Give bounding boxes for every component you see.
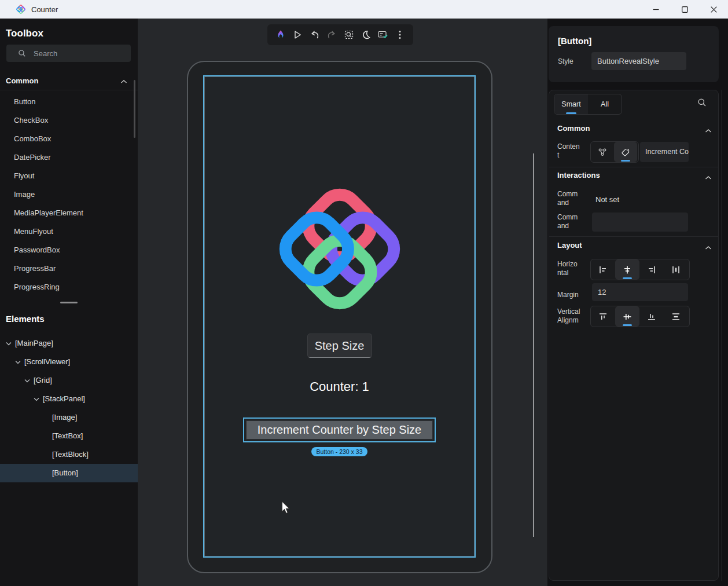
toolbox-item-progressring[interactable]: ProgressRing (0, 278, 138, 296)
content-mode-segmented (590, 141, 639, 163)
elements-title: Elements (6, 314, 45, 324)
tab-smart[interactable]: Smart (554, 94, 588, 114)
toolbox-title: Toolbox (6, 28, 43, 39)
halign-right-button[interactable] (639, 259, 664, 280)
tree-item-grid[interactable]: [Grid] (0, 371, 138, 390)
toolbox-search-input[interactable]: Search (6, 45, 131, 62)
tree-item-scrollviewer[interactable]: [ScrollViewer] (0, 353, 138, 371)
align-middle-icon (622, 312, 633, 322)
content-binding-mode-button[interactable] (591, 142, 614, 162)
halign-center-button[interactable] (615, 259, 639, 280)
active-tab-indicator (566, 112, 576, 114)
toolbox-item-datepicker[interactable]: DatePicker (0, 148, 138, 167)
increment-counter-button[interactable]: Increment Counter by Step Size (246, 420, 433, 440)
close-icon (711, 6, 717, 13)
tab-all[interactable]: All (588, 94, 622, 114)
active-segment-indicator (621, 160, 630, 162)
valign-bottom-button[interactable] (639, 306, 664, 327)
halign-left-button[interactable] (591, 259, 615, 280)
halign-stretch-button[interactable] (664, 259, 688, 280)
play-button[interactable] (290, 27, 305, 42)
toolbox-section-common[interactable]: Common (0, 75, 138, 89)
active-segment-indicator (623, 277, 632, 279)
toolbox-item-progressbar[interactable]: ProgressBar (0, 259, 138, 278)
section-interactions-collapse[interactable] (705, 173, 712, 182)
app-hero-logo[interactable] (277, 186, 403, 312)
maximize-icon (682, 6, 688, 13)
app-logo-icon (16, 5, 25, 14)
divider (549, 167, 718, 167)
valign-center-button[interactable] (615, 306, 639, 327)
command2-label-line1: Comm (557, 213, 578, 222)
device-screen-selected-page[interactable]: Step Size Counter: 1 Increment Counter b… (204, 76, 475, 556)
play-icon (292, 30, 303, 40)
chevron-down-icon[interactable] (34, 397, 39, 401)
undo-button[interactable] (307, 27, 322, 42)
tree-item-button-selected[interactable]: [Button] (0, 464, 138, 482)
design-canvas[interactable]: Step Size Counter: 1 Increment Counter b… (138, 19, 547, 586)
horizontal-label-line2: ntal (557, 269, 578, 277)
toolbox-item-menuflyout[interactable]: MenuFlyout (0, 222, 138, 241)
minimize-button[interactable] (641, 0, 670, 19)
canvas-scrollbar[interactable] (533, 153, 534, 537)
selection-outline: Increment Counter by Step Size (243, 417, 436, 442)
valign-stretch-button[interactable] (664, 306, 688, 327)
theme-toggle-button[interactable] (358, 27, 373, 42)
panel-resize-handle[interactable] (60, 302, 78, 303)
toolbox-item-combobox[interactable]: ComboBox (0, 130, 138, 148)
chevron-down-icon[interactable] (24, 379, 30, 383)
tree-item-image[interactable]: [Image] (0, 408, 138, 427)
flame-icon (275, 30, 286, 40)
selected-element-name: [Button] (558, 36, 591, 46)
command-property-label: Comm and (557, 190, 578, 207)
toolbox-item-image[interactable]: Image (0, 185, 138, 204)
toolbox-scrollbar[interactable] (134, 80, 135, 138)
close-button[interactable] (699, 0, 728, 19)
command-value-notset[interactable]: Not set (595, 195, 619, 204)
toolbox-item-checkbox[interactable]: CheckBox (0, 111, 138, 130)
content-value-field[interactable]: Increment Co (640, 142, 689, 162)
chevron-up-icon (120, 79, 127, 84)
tree-item-stackpanel[interactable]: [StackPanel] (0, 390, 138, 408)
align-left-icon (598, 265, 608, 275)
moon-icon (361, 30, 371, 40)
align-top-icon (598, 312, 608, 322)
hot-reload-flame-button[interactable] (273, 27, 288, 42)
section-layout-collapse[interactable] (705, 243, 712, 252)
valign-top-button[interactable] (591, 306, 615, 327)
style-value-field[interactable]: ButtonRevealStyle (591, 52, 686, 70)
margin-label: Margin (557, 291, 579, 299)
chevron-down-icon[interactable] (15, 360, 21, 364)
valign-stretch-icon (671, 312, 681, 322)
section-label: Common (6, 76, 38, 85)
content-literal-mode-button[interactable] (614, 142, 637, 162)
zoom-region-icon (344, 30, 354, 40)
kebab-menu-icon (395, 30, 405, 40)
zoom-to-region-button[interactable] (341, 27, 356, 42)
properties-scrollbar[interactable] (722, 90, 722, 581)
chevron-down-icon[interactable] (6, 342, 12, 346)
maximize-button[interactable] (670, 0, 699, 19)
toolbox-item-passwordbox[interactable]: PasswordBox (0, 241, 138, 259)
settings-checklist-button[interactable] (376, 27, 391, 42)
vertical-label-line1: Vertical (557, 307, 580, 316)
step-size-textbox[interactable]: Step Size (307, 334, 372, 358)
more-options-button[interactable] (392, 27, 407, 42)
vertical-label-line2: Alignm (557, 316, 580, 325)
margin-input-field[interactable]: 12 (592, 283, 688, 301)
content-property-label: Conten t (557, 142, 580, 160)
binding-icon (597, 147, 608, 158)
align-center-icon (622, 265, 633, 275)
app-window: Counter Toolbox Search Common Button Ch (0, 0, 728, 586)
tree-item-textblock[interactable]: [TextBlock] (0, 445, 138, 464)
tree-item-mainpage[interactable]: [MainPage] (0, 334, 138, 353)
tree-item-label: [ScrollViewer] (24, 357, 70, 366)
toolbox-item-mediaplayerelement[interactable]: MediaPlayerElement (0, 204, 138, 222)
command-input-field[interactable] (592, 213, 688, 232)
section-common-collapse[interactable] (705, 126, 712, 135)
properties-search-icon[interactable] (697, 98, 707, 107)
toolbox-item-flyout[interactable]: Flyout (0, 167, 138, 185)
toolbox-item-button[interactable]: Button (0, 93, 138, 111)
redo-button[interactable] (324, 27, 339, 42)
tree-item-textbox[interactable]: [TextBox] (0, 427, 138, 445)
